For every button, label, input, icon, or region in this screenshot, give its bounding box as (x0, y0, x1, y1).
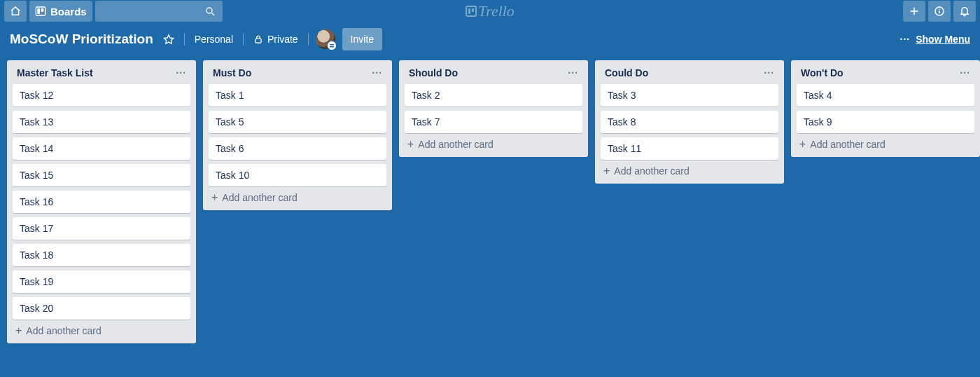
separator (243, 33, 244, 46)
list-menu-button[interactable]: ··· (372, 67, 382, 78)
add-card-label: Add another card (418, 139, 493, 150)
plus-icon: + (799, 139, 806, 150)
create-button[interactable] (903, 1, 925, 22)
show-menu-button[interactable]: Show Menu (916, 34, 970, 45)
info-icon (934, 6, 945, 17)
list-title[interactable]: Must Do (213, 67, 251, 78)
list-header: Could Do··· (599, 66, 780, 84)
list-title[interactable]: Won't Do (801, 67, 844, 78)
card[interactable]: Task 8 (601, 111, 778, 133)
add-card-label: Add another card (614, 165, 689, 177)
list: Could Do···Task 3Task 8Task 11+Add anoth… (595, 60, 784, 184)
search-input[interactable] (95, 1, 223, 22)
card[interactable]: Task 12 (13, 84, 190, 107)
list-menu-button[interactable]: ··· (960, 67, 970, 78)
boards-button[interactable]: Boards (29, 1, 92, 22)
list-menu-button[interactable]: ··· (176, 67, 186, 78)
star-icon (163, 34, 174, 45)
svg-rect-0 (36, 7, 45, 15)
list-header: Must Do··· (207, 66, 388, 84)
separator (308, 33, 309, 46)
card[interactable]: Task 1 (209, 84, 386, 107)
card[interactable]: Task 17 (13, 217, 190, 240)
separator (184, 33, 185, 46)
card[interactable]: Task 16 (13, 191, 190, 213)
privacy-label: Private (267, 34, 298, 45)
card[interactable]: Task 19 (13, 270, 190, 293)
list-header: Should Do··· (403, 66, 584, 84)
card[interactable]: Task 15 (13, 164, 190, 186)
add-card-label: Add another card (810, 139, 885, 150)
list-title[interactable]: Could Do (605, 67, 648, 78)
add-card-button[interactable]: +Add another card (207, 186, 388, 206)
list-title[interactable]: Should Do (409, 67, 458, 78)
card[interactable]: Task 6 (209, 137, 386, 160)
cards-container: Task 4Task 9 (795, 84, 976, 133)
team-visibility-label: Personal (195, 34, 233, 45)
cards-container: Task 1Task 5Task 6Task 10 (207, 84, 388, 186)
card[interactable]: Task 9 (797, 111, 974, 133)
list-menu-button[interactable]: ··· (764, 67, 774, 78)
plus-icon: + (211, 192, 218, 203)
info-button[interactable] (928, 1, 951, 22)
card[interactable]: Task 3 (601, 84, 778, 107)
card[interactable]: Task 20 (13, 297, 190, 320)
plus-icon: + (603, 165, 610, 177)
cards-container: Task 2Task 7 (403, 84, 584, 133)
list-menu-button[interactable]: ··· (568, 67, 578, 78)
invite-label: Invite (351, 34, 374, 45)
card[interactable]: Task 5 (209, 111, 386, 133)
card[interactable]: Task 7 (405, 111, 582, 133)
add-card-label: Add another card (26, 325, 101, 336)
plus-icon: + (15, 325, 22, 336)
global-header: Boards Trello (0, 0, 980, 22)
board-header: MoSCoW Prioritization Personal Private I… (0, 22, 980, 56)
add-card-button[interactable]: +Add another card (795, 133, 976, 153)
board-header-right: ··· Show Menu (900, 34, 970, 45)
card[interactable]: Task 18 (13, 244, 190, 266)
trello-logo-icon (465, 6, 477, 17)
lock-icon (253, 34, 263, 44)
card[interactable]: Task 10 (209, 164, 386, 186)
app-name: Trello (478, 2, 514, 20)
home-button[interactable] (4, 1, 27, 22)
svg-line-4 (211, 13, 214, 15)
global-header-right (903, 1, 976, 22)
card[interactable]: Task 14 (13, 137, 190, 160)
list-header: Master Task List··· (11, 66, 192, 84)
card[interactable]: Task 13 (13, 111, 190, 133)
svg-rect-11 (255, 39, 261, 43)
add-card-label: Add another card (222, 192, 297, 203)
svg-point-9 (939, 8, 939, 9)
board-icon (35, 6, 46, 17)
card[interactable]: Task 2 (405, 84, 582, 107)
svg-rect-2 (41, 8, 44, 12)
list: Should Do···Task 2Task 7+Add another car… (399, 60, 588, 157)
privacy-button[interactable]: Private (251, 31, 301, 48)
board-title[interactable]: MoSCoW Prioritization (10, 32, 153, 47)
svg-marker-10 (164, 35, 173, 44)
invite-button[interactable]: Invite (342, 28, 382, 50)
board-canvas: Master Task List···Task 12Task 13Task 14… (0, 56, 980, 348)
search-icon (204, 6, 216, 17)
add-card-button[interactable]: +Add another card (599, 160, 780, 179)
add-card-button[interactable]: +Add another card (403, 133, 584, 153)
bell-icon (959, 6, 970, 17)
add-card-button[interactable]: +Add another card (11, 320, 192, 339)
list: Must Do···Task 1Task 5Task 6Task 10+Add … (203, 60, 392, 210)
card[interactable]: Task 4 (797, 84, 974, 107)
team-visibility-button[interactable]: Personal (192, 31, 236, 48)
member-avatar[interactable] (316, 29, 335, 49)
svg-rect-1 (37, 8, 40, 14)
boards-button-label: Boards (50, 6, 87, 18)
trello-logo[interactable]: Trello (465, 2, 514, 20)
star-button[interactable] (160, 31, 177, 48)
menu-ellipsis[interactable]: ··· (900, 34, 911, 45)
plus-icon: + (407, 139, 414, 150)
list-title[interactable]: Master Task List (17, 67, 93, 78)
svg-point-3 (206, 8, 212, 13)
card[interactable]: Task 11 (601, 137, 778, 160)
notifications-button[interactable] (953, 1, 976, 22)
plus-icon (909, 6, 920, 17)
list-header: Won't Do··· (795, 66, 976, 84)
